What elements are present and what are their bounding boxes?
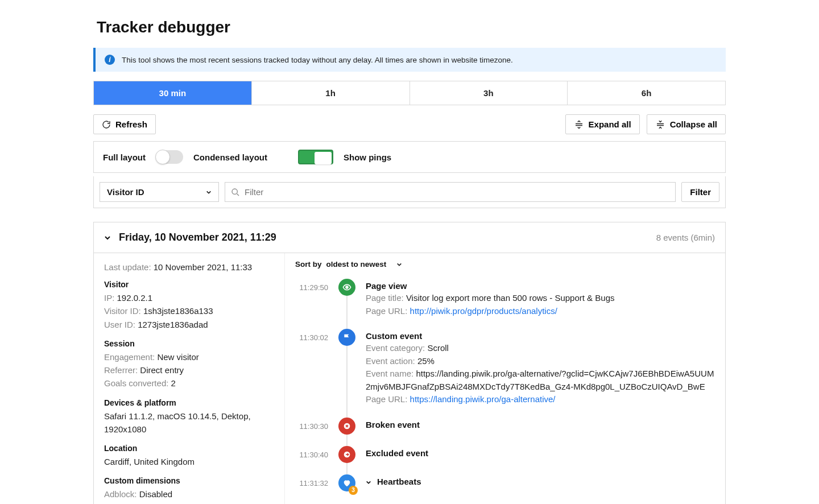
event-title: Excluded event [366,448,715,458]
visitor-ip: IP: 192.0.2.1 [104,291,274,304]
custom-dim-heading: Custom dimensions [104,476,274,485]
event-detail-line: Event category: Scroll [366,342,715,355]
sort-control[interactable]: Sort by oldest to newest [295,260,715,268]
collapse-all-button[interactable]: Collapse all [647,114,726,134]
refresh-label: Refresh [115,119,147,129]
visitor-id: Visitor ID: 1sh3jste1836a133 [104,304,274,317]
event-time: 11:30:02 [295,329,328,406]
event-row: 11:31:323Heartbeats [295,474,715,503]
tab-30min[interactable]: 30 min [94,81,252,105]
session-summary: 8 events (6min) [656,233,715,242]
heart-icon: 3 [338,474,355,491]
page-title: Tracker debugger [93,18,726,36]
svg-point-1 [346,286,348,288]
session-title: Friday, 10 November 2021, 11:29 [119,232,276,243]
event-url-link[interactable]: https://landing.piwik.pro/ga-alternative… [410,394,556,404]
event-content: Page viewPage title: Visitor log export … [366,279,715,317]
refresh-icon [102,120,111,129]
event-detail-line: Page URL: https://landing.piwik.pro/ga-a… [366,393,715,406]
expand-all-button[interactable]: Expand all [565,114,640,134]
event-row: 11:29:50Page viewPage title: Visitor log… [295,279,715,329]
engagement: Engagement: New visitor [104,350,274,363]
visitor-heading: Visitor [104,280,274,289]
event-detail-line: Event name: https://landing.piwik.pro/ga… [366,367,715,393]
event-time: 11:29:50 [295,279,328,317]
collapse-all-label: Collapse all [670,119,717,129]
devices-heading: Devices & platform [104,398,274,407]
event-title: Custom event [366,331,715,341]
event-title: Page view [366,281,715,291]
event-time: 11:30:30 [295,418,328,435]
chevron-down-icon [396,262,402,267]
event-timeline: Sort by oldest to newest 11:29:50Page vi… [285,253,725,504]
eye-icon [338,279,355,296]
filter-button[interactable]: Filter [681,182,719,202]
event-title[interactable]: Heartbeats [366,477,715,488]
excluded-icon [338,446,355,463]
referrer: Referrer: Direct entry [104,363,274,377]
event-row: 11:30:30Broken event [295,418,715,446]
chevron-down-icon [206,189,212,195]
session-details-panel: Last update: 10 November 2021, 11:33 Vis… [94,253,285,504]
layout-toggle[interactable] [156,150,183,164]
tab-1h[interactable]: 1h [252,81,410,105]
collapse-icon [655,121,665,129]
full-layout-label: Full layout [103,152,146,162]
filter-input[interactable] [245,183,669,201]
tab-3h[interactable]: 3h [410,81,568,105]
sort-value: oldest to newest [326,260,387,268]
event-row: 11:30:02Custom eventEvent category: Scro… [295,329,715,418]
goals-converted: Goals converted: 2 [104,377,274,390]
chevron-down-icon [366,477,371,487]
event-time: 11:30:40 [295,446,328,463]
event-url-link[interactable]: http://piwik.pro/gdpr/products/analytics… [410,306,557,316]
expand-all-label: Expand all [589,119,631,129]
filter-button-label: Filter [690,187,711,197]
count-badge: 3 [349,486,358,495]
location-value: Cardiff, United Kingdom [104,455,274,468]
event-content: Heartbeats [366,474,715,491]
show-pings-toggle[interactable] [298,150,333,164]
session-card: Friday, 10 November 2021, 11:29 8 events… [93,222,726,504]
event-detail-line: Page URL: http://piwik.pro/gdpr/products… [366,305,715,318]
event-content: Excluded event [366,446,715,463]
condensed-layout-label: Condensed layout [193,152,267,162]
filter-field-select[interactable]: Visitor ID [100,182,219,202]
time-range-tabs: 30 min 1h 3h 6h [93,81,726,105]
adblock: Adblock: Disabled [104,488,274,501]
layout-options: Full layout Condensed layout Show pings [93,141,726,173]
event-row: 11:30:40Excluded event [295,446,715,474]
show-pings-label: Show pings [344,152,391,162]
filter-row: Visitor ID Filter [93,176,726,208]
event-content: Broken event [366,418,715,435]
event-detail-line: Event action: 25% [366,355,715,368]
search-icon [231,188,240,197]
devices-value: Safari 11.1.2, macOS 10.14.5, Dektop, 19… [104,410,274,436]
svg-point-0 [232,189,237,194]
chevron-down-icon [104,234,111,241]
tab-6h[interactable]: 6h [568,81,725,105]
sort-prefix: Sort by [295,260,322,268]
session-heading: Session [104,339,274,348]
toolbar: Refresh Expand all Collapse all [93,114,726,134]
filter-field-value: Visitor ID [107,187,144,197]
session-header[interactable]: Friday, 10 November 2021, 11:29 8 events… [94,222,725,253]
info-banner: i This tool shows the most recent sessio… [93,48,726,72]
event-detail-line: Page title: Visitor log export more than… [366,292,715,305]
event-time: 11:31:32 [295,474,328,491]
flag-icon [338,329,355,346]
info-message: This tool shows the most recent sessions… [122,56,513,64]
user-id: User ID: 1273jste1836adad [104,318,274,331]
expand-icon [574,121,584,129]
refresh-button[interactable]: Refresh [93,114,156,134]
filter-input-wrap [225,182,676,202]
event-title: Broken event [366,420,715,429]
event-content: Custom eventEvent category: ScrollEvent … [366,329,715,406]
location-heading: Location [104,444,274,453]
broken-icon [338,418,355,435]
info-icon: i [105,55,115,65]
last-update: Last update: 10 November 2021, 11:33 [104,262,274,272]
